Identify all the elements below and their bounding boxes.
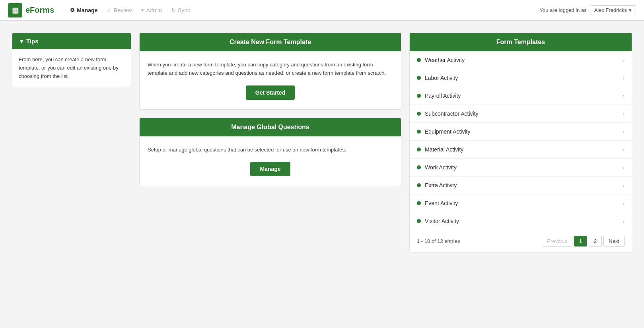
chevron-right-icon: › [623,218,625,224]
pagination-page-2-button[interactable]: 2 [589,236,602,246]
template-name: Payroll Activity [425,93,461,99]
nav-manage[interactable]: ⚙ Manage [70,6,97,15]
create-form-text: When you create a new form template, you… [148,61,393,78]
nav-links: ⚙ Manage ✓ Review ▾ Admin ↻ Sync [70,6,539,15]
template-name: Weather Activity [425,57,465,63]
manage-questions-card: Manage Global Questions Setup or manage … [139,118,401,186]
pagination-info: 1 - 10 of 12 entries [417,238,460,244]
chevron-right-icon: › [623,200,625,206]
template-dot-icon [417,94,421,98]
chevron-right-icon: › [623,75,625,81]
manage-questions-header: Manage Global Questions [140,118,401,136]
template-list-item[interactable]: Weather Activity › [410,51,632,69]
chevron-right-icon: › [623,182,625,188]
manage-button[interactable]: Manage [250,162,290,176]
user-dropdown[interactable]: Alex Fredricks ▾ [590,5,636,15]
template-list-item[interactable]: Equipment Activity › [410,123,632,141]
sync-icon: ↻ [171,7,176,13]
template-dot-icon [417,201,421,205]
template-dot-icon [417,148,421,151]
brand-logo[interactable]: ▦ eForms [8,3,54,17]
template-item-left: Labor Activity [417,75,458,81]
template-item-left: Work Activity [417,164,457,171]
middle-column: Create New Form Template When you create… [139,33,401,186]
navbar: ▦ eForms ⚙ Manage ✓ Review ▾ Admin ↻ Syn… [0,0,644,21]
right-column: Form Templates Weather Activity › Labor … [409,33,632,252]
template-list-item[interactable]: Subcontractor Activity › [410,105,632,123]
nav-review: ✓ Review [107,6,132,15]
template-item-left: Material Activity [417,146,463,153]
tips-body: From here, you can create a new form tem… [12,49,131,87]
tips-card: ▼ Tips From here, you can create a new f… [12,33,131,87]
template-list-item[interactable]: Extra Activity › [410,177,632,194]
template-dot-icon [417,76,421,80]
navbar-right: You are logged in as Alex Fredricks ▾ [540,5,636,15]
template-list-item[interactable]: Labor Activity › [410,69,632,87]
check-icon: ✓ [107,7,111,13]
template-item-left: Visitor Activity [417,218,459,224]
pagination-previous-button[interactable]: Previous [542,236,572,246]
gear-icon: ⚙ [70,7,75,13]
pagination-controls: Previous12Next [542,236,625,246]
template-item-left: Event Activity [417,200,458,206]
username: Alex Fredricks [594,7,627,13]
template-dot-icon [417,165,421,169]
chevron-right-icon: › [623,93,625,99]
manage-questions-text: Setup or manage global questions that ca… [148,146,393,154]
dropdown-icon: ▾ [141,7,144,13]
tips-text: From here, you can create a new form tem… [19,56,125,80]
template-list-item[interactable]: Event Activity › [410,194,632,212]
manage-questions-body: Setup or manage global questions that ca… [140,136,401,186]
logged-in-text: You are logged in as [540,7,587,13]
form-templates-card: Form Templates Weather Activity › Labor … [409,33,632,252]
template-dot-icon [417,219,421,223]
brand-icon: ▦ [8,3,22,17]
template-dot-icon [417,58,421,62]
template-name: Event Activity [425,200,458,206]
template-item-left: Equipment Activity [417,128,470,135]
pagination-bar: 1 - 10 of 12 entries Previous12Next [410,230,632,252]
template-dot-icon [417,112,421,116]
template-list-item[interactable]: Payroll Activity › [410,87,632,105]
template-item-left: Weather Activity [417,57,465,63]
template-dot-icon [417,130,421,134]
user-caret-icon: ▾ [629,7,632,13]
main-content: ▼ Tips From here, you can create a new f… [0,21,644,264]
create-form-header: Create New Form Template [140,33,401,51]
template-list-item[interactable]: Visitor Activity › [410,212,632,230]
chevron-right-icon: › [623,147,625,153]
chevron-right-icon: › [623,111,625,117]
template-item-left: Extra Activity [417,182,457,188]
chevron-right-icon: › [623,165,625,171]
create-form-body: When you create a new form template, you… [140,51,401,109]
get-started-button[interactable]: Get Started [246,85,295,100]
left-column: ▼ Tips From here, you can create a new f… [12,33,131,87]
create-form-card: Create New Form Template When you create… [139,33,401,110]
pagination-page-1-button[interactable]: 1 [574,236,587,246]
tips-header: ▼ Tips [12,33,131,49]
nav-sync: ↻ Sync [171,6,190,15]
chevron-right-icon: › [623,129,625,135]
template-name: Extra Activity [425,182,457,188]
template-name: Work Activity [425,164,457,171]
template-name: Visitor Activity [425,218,459,224]
template-name: Material Activity [425,146,463,153]
brand-name: eForms [25,6,54,15]
chevron-right-icon: › [623,57,625,63]
nav-admin: ▾ Admin [141,6,162,15]
form-templates-header: Form Templates [410,33,632,51]
template-name: Equipment Activity [425,128,470,135]
template-list-item[interactable]: Work Activity › [410,159,632,177]
template-name: Labor Activity [425,75,458,81]
template-item-left: Subcontractor Activity [417,111,479,117]
template-list: Weather Activity › Labor Activity › Payr… [410,51,632,230]
template-dot-icon [417,183,421,187]
pagination-next-button[interactable]: Next [603,236,625,246]
template-name: Subcontractor Activity [425,111,479,117]
template-list-item[interactable]: Material Activity › [410,141,632,159]
template-item-left: Payroll Activity [417,93,461,99]
